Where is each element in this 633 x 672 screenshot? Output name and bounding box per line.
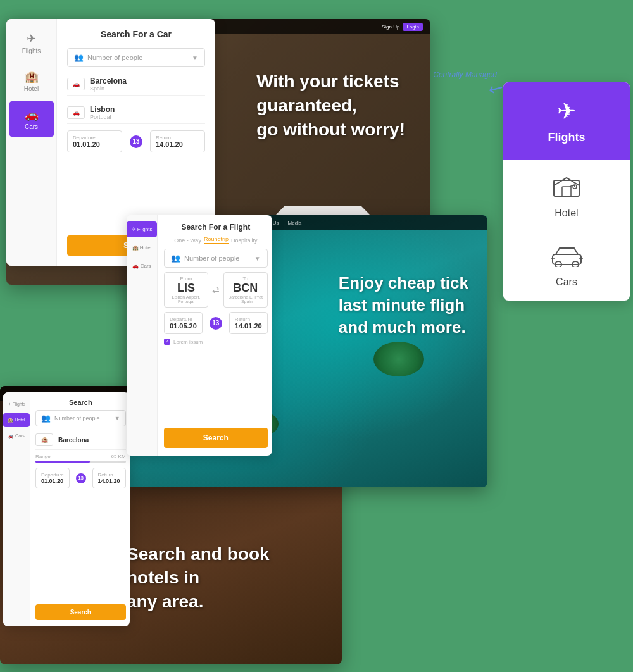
lisbon-country: Portugal (90, 114, 115, 120)
flight-departure-label: Departure (170, 316, 197, 322)
car-nav-flights-item[interactable]: ✈ Flights (9, 25, 54, 61)
barcelona-name: Barcelona (90, 77, 127, 85)
hotel-dropdown-icon: ▼ (115, 415, 120, 421)
rp-hotel-item[interactable]: Hotel (503, 160, 630, 232)
rp-hotel-icon (551, 173, 582, 202)
flight-people-input[interactable]: 👥 Number of people ▼ (164, 249, 268, 268)
hotel-headline: Search and book hotels in any area. (127, 542, 270, 614)
range-bar[interactable] (35, 461, 126, 463)
hotel-departure-date: 01.01.20 (41, 478, 64, 484)
hotel-return-label: Return (98, 472, 120, 478)
tab-roundtrip[interactable]: Roundtrip (204, 236, 229, 244)
hotel-people-input[interactable]: 👥 Number of people ▼ (35, 410, 126, 426)
flight-search-button[interactable]: Search (164, 428, 268, 448)
car-return-label: Return (156, 135, 199, 140)
from-label: From (168, 276, 204, 282)
car-nav-hotel-item[interactable]: 🏨 Hotel (9, 63, 54, 99)
flight-nav-car-item[interactable]: 🚗 Cars (127, 258, 157, 274)
hotel-people-icon: 👥 (41, 414, 51, 423)
car-login-button[interactable]: Login (403, 23, 423, 31)
flight-departure-date: 01.05.20 (170, 322, 197, 330)
flight-dropdown-icon: ▼ (254, 255, 261, 262)
hotel-form-title: Search (35, 399, 126, 406)
barcelona-country: Spain (90, 85, 127, 92)
hotel-barcelona-name: Barcelona (58, 437, 89, 444)
car-nav-car-item[interactable]: 🚗 Cars (9, 101, 54, 137)
hotel-car-icon: 🚗 (8, 433, 14, 438)
car-people-input[interactable]: 👥 Number of people ▼ (67, 48, 205, 67)
flight-nav-hotel-item[interactable]: 🏨 Hotel (127, 240, 157, 256)
range-fill (35, 461, 90, 463)
to-airport[interactable]: To BCN Barcelona El Prat - Spain (223, 272, 268, 308)
car-num-badge-wrap: 13 (127, 130, 145, 152)
swap-icon[interactable]: ⇄ (212, 272, 220, 308)
rp-flights-item[interactable]: ✈ Flights (503, 82, 630, 160)
tab-one-way[interactable]: One - Way (174, 237, 201, 244)
hotel-nav-flights-item[interactable]: ✈ Flights (3, 397, 30, 411)
from-name: Lisbon Airport, Portugal (168, 295, 204, 304)
dropdown-chevron-icon: ▼ (192, 54, 198, 61)
rp-hotel-label: Hotel (555, 208, 578, 219)
car-num-badge: 13 (130, 135, 142, 148)
right-category-panel: ✈ Flights Hotel Cars (503, 82, 630, 301)
hotel-form-content: Search 👥 Number of people ▼ 🏨 Barcelona … (30, 392, 130, 626)
car-departure-box[interactable]: Departure 01.01.20 (67, 130, 122, 152)
flight-num-badge-wrap: 13 (208, 312, 224, 334)
hotel-nav-icon: 🏨 (132, 245, 139, 251)
flight-return-label: Return (235, 316, 262, 322)
hotel-sidebar-nav: ✈ Flights 🏨 Hotel 🚗 Cars (3, 392, 30, 626)
hotel-city-icon: 🏨 (35, 433, 53, 446)
car-icon: 🚗 (13, 108, 51, 121)
flight-nav-flights-item[interactable]: ✈ Flights (127, 221, 157, 237)
plane-icon: ✈ (13, 32, 51, 46)
annotation-container: Centrally Managed ↙ (433, 68, 497, 80)
checkbox-checked-icon[interactable] (164, 339, 170, 345)
flight-num-badge: 13 (210, 317, 222, 330)
flight-return-box[interactable]: Return 14.01.20 (229, 312, 268, 334)
flight-form-title: Search For a Flight (164, 223, 268, 232)
from-code: LIS (168, 282, 204, 295)
car-nav-buttons: Sign Up Login (382, 23, 423, 31)
hotel-icon: 🏨 (13, 70, 51, 84)
hotel-city-barcelona: 🏨 Barcelona (35, 430, 126, 450)
hotel-departure-box[interactable]: Departure 01.01.20 (35, 468, 70, 488)
flight-tabs: One - Way Roundtrip Hospitality (164, 236, 268, 244)
from-airport[interactable]: From LIS Lisbon Airport, Portugal (164, 272, 208, 308)
hotel-search-panel: ✈ Flights 🏨 Hotel 🚗 Cars Search 👥 Number… (3, 392, 130, 626)
range-label: Range (35, 454, 51, 459)
car-date-row: Departure 01.01.20 13 Return 14.01.20 (67, 130, 205, 152)
hotel-nav-car-item[interactable]: 🚗 Cars (3, 429, 30, 443)
car-headline: With your tickets guaranteed, go without… (256, 70, 405, 141)
flight-departure-box[interactable]: Departure 01.05.20 (164, 312, 203, 334)
car-nav-icon: 🚗 (132, 263, 139, 269)
hotel-hotel-icon: 🏨 (8, 418, 13, 422)
to-code: BCN (227, 282, 264, 295)
hotel-date-row: Departure 01.01.20 13 Return 14.01.20 (35, 468, 126, 488)
hotel-num-badge: 13 (76, 473, 86, 483)
hotel-plane-icon: ✈ (8, 402, 11, 406)
flight-date-row: Departure 01.05.20 13 Return 14.01.20 (164, 312, 268, 334)
flight-headline: Enjoy cheap tick last minute fligh and m… (339, 272, 468, 339)
plane-nav-icon: ✈ (132, 227, 136, 232)
svg-rect-8 (553, 254, 581, 264)
checkbox-label: Lorem ipsum (173, 339, 203, 345)
lisbon-name: Lisbon (90, 105, 115, 114)
car-icon-lisbon: 🚗 (67, 106, 85, 119)
car-return-box[interactable]: Return 14.01.20 (150, 130, 205, 152)
hotel-return-date: 14.01.20 (98, 478, 120, 484)
hotel-search-button[interactable]: Search (35, 604, 126, 620)
rp-flights-icon: ✈ (557, 98, 576, 125)
hotel-return-box[interactable]: Return 14.01.20 (92, 468, 126, 488)
car-city-barcelona: 🚗 Barcelona Spain (67, 73, 205, 96)
to-label: To (227, 276, 264, 282)
tab-hospitality[interactable]: Hospitality (231, 237, 258, 244)
hotel-nav-hotel-item[interactable]: 🏨 Hotel (3, 413, 30, 427)
svg-rect-6 (562, 187, 571, 196)
rp-cars-item[interactable]: Cars (503, 232, 630, 301)
car-return-date: 14.01.20 (156, 140, 199, 148)
car-city-lisbon: 🚗 Lisbon Portugal (67, 102, 205, 124)
car-signup-button[interactable]: Sign Up (382, 23, 399, 31)
range-value: 65 KM (111, 454, 126, 459)
flight-nav-media[interactable]: Media (288, 220, 302, 226)
flight-checkbox-row: Lorem ipsum (164, 339, 268, 345)
